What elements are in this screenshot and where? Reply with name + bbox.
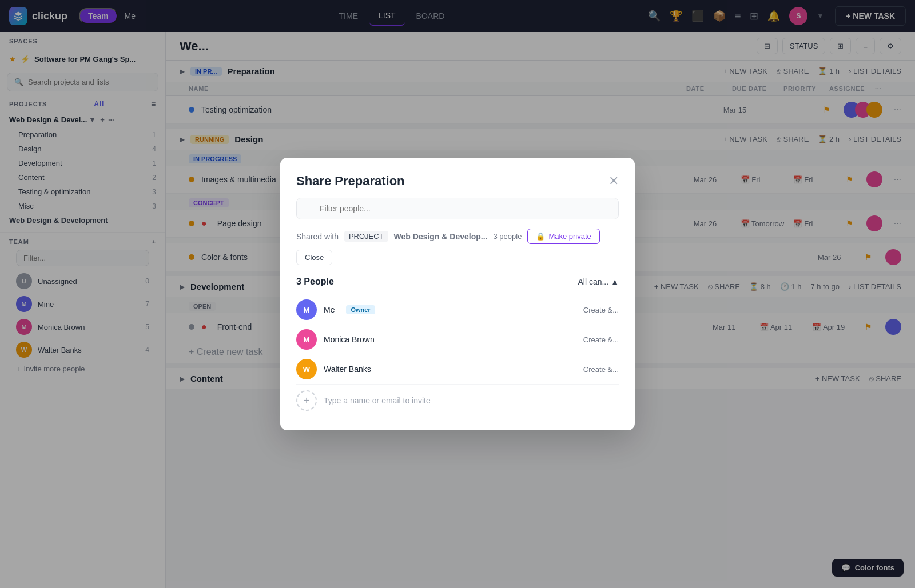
- shared-with-row: Shared with PROJECT Web Design & Develop…: [296, 229, 619, 265]
- app-container: clickup Team Me TIME LIST BOARD 🔍 🏆 ⬛ 📦 …: [0, 0, 915, 588]
- person-row-monica: M Monica Brown Create &...: [296, 325, 619, 354]
- people-header: 3 People All can... ▲: [296, 277, 619, 287]
- shared-with-label: Shared with: [296, 232, 339, 241]
- modal-title: Share Preparation: [296, 174, 405, 189]
- project-name: Web Design & Develop...: [394, 232, 488, 241]
- permission-label[interactable]: Create &...: [583, 306, 619, 314]
- owner-badge: Owner: [346, 305, 375, 314]
- modal-overlay[interactable]: Share Preparation ✕ 🔍 Shared with PROJEC…: [0, 0, 915, 588]
- close-share-button[interactable]: Close: [296, 250, 332, 265]
- modal-header: Share Preparation ✕: [280, 158, 635, 198]
- make-private-label: Make private: [548, 232, 591, 241]
- make-private-button[interactable]: 🔒 Make private: [527, 229, 599, 244]
- permission-label[interactable]: Create &...: [583, 335, 619, 344]
- share-modal: Share Preparation ✕ 🔍 Shared with PROJEC…: [280, 158, 635, 430]
- all-can-dropdown[interactable]: All can... ▲: [578, 277, 619, 286]
- person-name: Walter Banks: [324, 365, 371, 374]
- invite-row[interactable]: + Type a name or email to invite: [296, 384, 619, 417]
- chevron-up-icon: ▲: [611, 277, 619, 286]
- monica-avatar: M: [296, 329, 317, 350]
- invite-placeholder: Type a name or email to invite: [324, 396, 431, 405]
- project-tag: PROJECT: [344, 231, 388, 242]
- person-name: Me: [324, 305, 335, 314]
- walter-avatar: W: [296, 359, 317, 379]
- person-row-me: M Me Owner Create &...: [296, 295, 619, 325]
- permission-label[interactable]: Create &...: [583, 365, 619, 374]
- add-person-icon: +: [296, 390, 317, 411]
- all-can-label: All can...: [578, 277, 608, 286]
- people-filter-input[interactable]: [296, 198, 619, 219]
- filter-input-wrap: 🔍: [296, 198, 619, 219]
- people-count-label: 3 People: [296, 277, 334, 287]
- modal-body: 🔍 Shared with PROJECT Web Design & Devel…: [280, 198, 635, 430]
- person-name: Monica Brown: [324, 335, 375, 344]
- people-count: 3 people: [494, 232, 522, 241]
- me-avatar: M: [296, 299, 317, 320]
- close-icon[interactable]: ✕: [608, 175, 619, 187]
- person-row-walter: W Walter Banks Create &...: [296, 354, 619, 384]
- lock-icon: 🔒: [536, 232, 545, 241]
